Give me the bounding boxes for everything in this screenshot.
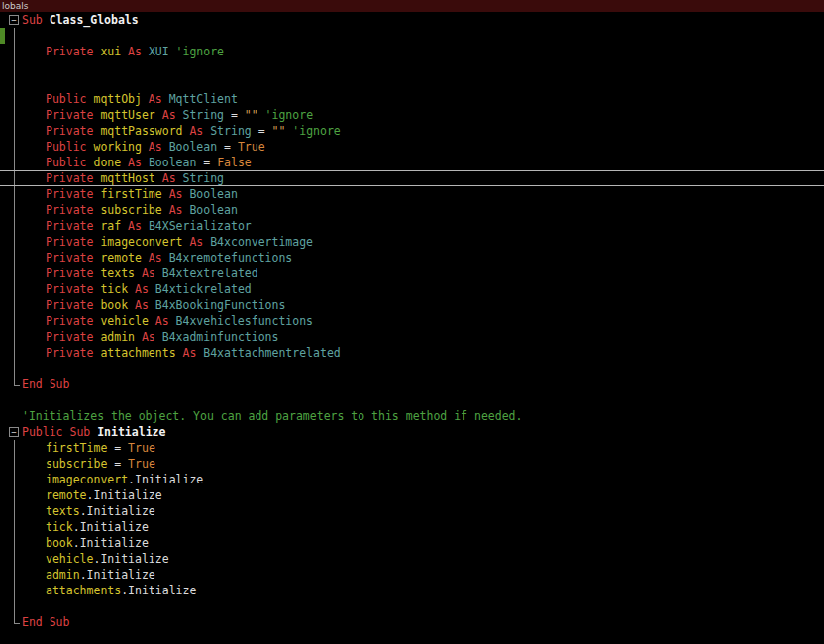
- code-token: End Sub: [22, 615, 69, 629]
- code-token: As: [169, 187, 190, 201]
- code-line[interactable]: Private mqttPassword As String = "" 'ign…: [0, 123, 824, 139]
- code-line[interactable]: attachments.Initialize: [0, 583, 824, 598]
- code-line-text: [22, 598, 824, 614]
- code-line[interactable]: Private texts As B4xtextrelated: [0, 266, 824, 281]
- code-line-text: End Sub: [22, 376, 824, 392]
- code-line-text: 'Initializes the object. You can add par…: [22, 408, 824, 424]
- code-line[interactable]: Public done As Boolean = False: [0, 155, 824, 170]
- code-line[interactable]: Private raf As B4XSerializator: [0, 218, 824, 234]
- code-line-text: admin.Initialize: [22, 567, 824, 583]
- code-line[interactable]: remote.Initialize: [0, 487, 824, 503]
- code-line[interactable]: 'Initializes the object. You can add par…: [0, 408, 824, 424]
- code-line-text: Private subscribe As Boolean: [22, 202, 824, 218]
- code-line[interactable]: [0, 361, 824, 376]
- code-line[interactable]: Private firstTime As Boolean: [0, 186, 824, 202]
- code-token: .Initialize: [73, 520, 149, 534]
- code-line[interactable]: admin.Initialize: [0, 567, 824, 583]
- code-token: subscribe: [46, 457, 114, 471]
- indent-guide: [0, 598, 22, 614]
- code-line[interactable]: Private remote As B4xremotefunctions: [0, 250, 824, 266]
- code-line-current[interactable]: Private mqttHost As String: [0, 170, 824, 186]
- indent-guide: [0, 551, 22, 567]
- code-line-text: Private vehicle As B4xvehiclesfunctions: [22, 313, 824, 329]
- code-area[interactable]: −Sub Class_GlobalsPrivate xui As XUI 'ig…: [0, 12, 824, 644]
- code-line-text: [22, 392, 824, 408]
- code-line[interactable]: −Public Sub Initialize: [0, 424, 824, 440]
- code-token: book: [100, 298, 135, 312]
- code-line[interactable]: texts.Initialize: [0, 503, 824, 519]
- code-token: working: [93, 140, 148, 154]
- code-line-text: Public working As Boolean = True: [22, 139, 824, 155]
- code-line[interactable]: subscribe = True: [0, 456, 824, 472]
- code-token: admin: [46, 568, 80, 582]
- code-line-text: attachments.Initialize: [22, 583, 824, 598]
- code-token: vehicle: [46, 552, 93, 566]
- code-token: 'Initializes the object. You can add par…: [22, 409, 522, 423]
- code-token: As: [128, 45, 149, 58]
- code-line[interactable]: Private vehicle As B4xvehiclesfunctions: [0, 313, 824, 329]
- code-line[interactable]: Private xui As XUI 'ignore: [0, 44, 824, 59]
- code-line[interactable]: Private attachments As B4xattachmentrela…: [0, 345, 824, 361]
- indent-guide: [0, 503, 22, 519]
- code-line[interactable]: [0, 630, 824, 644]
- indent-guide: [0, 487, 22, 503]
- code-line-text: Private attachments As B4xattachmentrela…: [22, 345, 824, 361]
- code-line-text: Private texts As B4xtextrelated: [22, 266, 824, 281]
- indent-guide: [0, 155, 22, 170]
- code-token: Private: [46, 282, 100, 296]
- code-token: 'ignore: [265, 108, 313, 122]
- code-token: Boolean: [189, 203, 237, 217]
- indent-guide: [0, 107, 22, 123]
- code-token: As: [162, 108, 183, 122]
- code-line[interactable]: End Sub: [0, 376, 824, 392]
- code-line[interactable]: Private book As B4xBookingFunctions: [0, 297, 824, 313]
- code-line[interactable]: Public mqttObj As MqttClient: [0, 91, 824, 107]
- code-token: As: [189, 235, 210, 249]
- code-line[interactable]: Private mqttUser As String = "" 'ignore: [0, 107, 824, 123]
- code-line[interactable]: [0, 598, 824, 614]
- code-line[interactable]: tick.Initialize: [0, 519, 824, 535]
- code-token: As: [135, 298, 155, 312]
- code-token: As: [162, 171, 183, 185]
- fold-toggle-icon[interactable]: −: [9, 15, 19, 25]
- code-token: Public: [46, 140, 93, 154]
- indent-guide: [0, 329, 22, 345]
- code-line-text: Private mqttPassword As String = "" 'ign…: [22, 123, 824, 139]
- code-token: As: [149, 140, 169, 154]
- code-line[interactable]: −Sub Class_Globals: [0, 12, 824, 28]
- code-line[interactable]: Private subscribe As Boolean: [0, 202, 824, 218]
- code-line[interactable]: End Sub: [0, 614, 824, 630]
- indent-guide: [0, 75, 22, 91]
- code-line[interactable]: Private tick As B4xtickrelated: [0, 281, 824, 297]
- code-line[interactable]: [0, 75, 824, 91]
- indent-guide: [0, 472, 22, 487]
- code-line[interactable]: book.Initialize: [0, 535, 824, 551]
- gutter: [0, 408, 22, 424]
- fold-toggle-icon[interactable]: −: [9, 427, 19, 437]
- code-token: Class_Globals: [50, 13, 139, 27]
- code-token: =: [114, 457, 128, 471]
- code-token: B4XSerializator: [149, 219, 252, 233]
- code-line[interactable]: Public working As Boolean = True: [0, 139, 824, 155]
- code-line-text: vehicle.Initialize: [22, 551, 824, 567]
- code-line[interactable]: Private admin As B4xadminfunctions: [0, 329, 824, 345]
- code-line[interactable]: [0, 28, 824, 44]
- code-token: False: [217, 156, 252, 169]
- indent-guide: [0, 519, 22, 535]
- code-token: Initialize: [97, 425, 165, 439]
- indent-guide: [0, 202, 22, 218]
- code-line-text: [22, 28, 824, 44]
- code-line-text: Private admin As B4xadminfunctions: [22, 329, 824, 345]
- code-token: True: [128, 441, 155, 455]
- code-token: Private: [46, 124, 100, 138]
- code-line[interactable]: [0, 392, 824, 408]
- code-line[interactable]: imageconvert.Initialize: [0, 472, 824, 487]
- code-line[interactable]: firstTime = True: [0, 440, 824, 456]
- code-line[interactable]: Private imageconvert As B4xconvertimage: [0, 234, 824, 250]
- code-line[interactable]: [0, 59, 824, 75]
- code-line-text: Private tick As B4xtickrelated: [22, 281, 824, 297]
- code-token: 'ignore: [292, 124, 340, 138]
- code-token: tick: [46, 520, 73, 534]
- code-line-text: Public mqttObj As MqttClient: [22, 91, 824, 107]
- code-line[interactable]: vehicle.Initialize: [0, 551, 824, 567]
